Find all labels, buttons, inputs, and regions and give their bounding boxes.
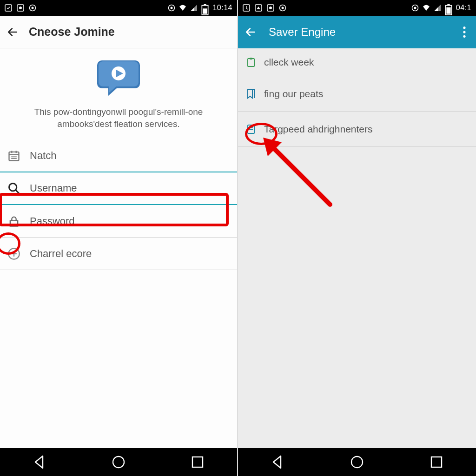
field-natch[interactable]: Natch <box>0 140 237 172</box>
status-icon <box>267 4 274 12</box>
svg-rect-33 <box>447 4 450 6</box>
screen-body: This pow-dontingyonwll poogul's-remill-o… <box>0 48 237 448</box>
svg-rect-38 <box>248 59 254 66</box>
phone-left: 10:14 Cneose Jomine This <box>0 0 238 476</box>
app-bar: Saver Engine <box>238 16 476 48</box>
cell-signal-icon <box>190 4 198 12</box>
clipboard-icon <box>245 57 257 68</box>
back-icon[interactable] <box>245 26 257 38</box>
status-clock: 10:14 <box>212 4 232 12</box>
svg-rect-9 <box>203 8 207 13</box>
list-item-label: clleck week <box>264 57 314 68</box>
search-icon <box>7 182 20 195</box>
list-item[interactable]: Targpeed ahdrighnenters <box>238 112 476 147</box>
list-item[interactable]: clleck week <box>238 48 476 76</box>
nav-recent-icon[interactable] <box>190 454 205 470</box>
lock-icon <box>7 215 20 228</box>
svg-point-4 <box>32 7 34 9</box>
status-bar: 04:1 <box>238 0 476 16</box>
svg-line-18 <box>16 190 20 194</box>
status-icon <box>17 4 24 12</box>
document-icon <box>245 124 257 135</box>
nav-home-icon[interactable] <box>111 454 126 470</box>
field-label: Natch <box>30 150 56 162</box>
svg-point-45 <box>351 456 363 468</box>
list-item-label: Targpeed ahdrighnenters <box>264 124 373 135</box>
overflow-menu-icon[interactable] <box>459 26 469 39</box>
back-icon[interactable] <box>7 26 19 38</box>
status-icon <box>255 4 262 12</box>
field-label: Charrel ecore <box>30 248 92 260</box>
dual-screenshot: 10:14 Cneose Jomine This <box>0 0 476 476</box>
field-charrel[interactable]: Charrel ecore <box>0 238 237 270</box>
field-label: Username <box>30 182 77 194</box>
hero-section: This pow-dontingyonwll poogul's-remill-o… <box>0 55 237 130</box>
svg-rect-46 <box>431 457 442 467</box>
svg-point-2 <box>19 7 22 9</box>
chat-play-icon <box>95 58 142 98</box>
hero-description: This pow-dontingyonwll poogul's-remill-o… <box>34 106 203 130</box>
field-list: Natch Username Password <box>0 140 237 270</box>
android-nav-bar <box>238 448 476 476</box>
android-nav-bar <box>0 448 237 476</box>
field-username[interactable]: Username <box>0 172 237 205</box>
battery-icon <box>201 4 209 12</box>
svg-point-36 <box>463 31 465 33</box>
location-icon <box>411 4 419 12</box>
location-icon <box>279 4 286 12</box>
screen-body: clleck week fing our peats Targpeed ahdr… <box>238 48 476 448</box>
status-bar: 10:14 <box>0 0 237 16</box>
nav-back-icon[interactable] <box>270 454 285 470</box>
cell-signal-icon <box>434 4 441 12</box>
location-icon <box>29 4 36 12</box>
wifi-icon <box>423 4 430 12</box>
svg-point-29 <box>282 7 284 9</box>
svg-point-22 <box>113 456 124 468</box>
svg-rect-8 <box>204 4 206 6</box>
field-label: Password <box>30 215 75 227</box>
status-icon <box>5 4 12 12</box>
status-icon <box>243 4 250 12</box>
svg-rect-34 <box>446 7 450 14</box>
battery-icon <box>445 4 452 12</box>
calendar-icon <box>7 149 20 162</box>
plus-circle-icon <box>7 247 20 260</box>
wifi-icon <box>179 4 186 12</box>
bookmark-icon <box>245 88 257 99</box>
nav-recent-icon[interactable] <box>429 454 444 470</box>
list-item-label: fing our peats <box>264 88 323 99</box>
svg-point-27 <box>269 7 272 9</box>
page-title: Cneose Jomine <box>29 25 115 39</box>
nav-back-icon[interactable] <box>32 454 47 470</box>
svg-point-6 <box>171 7 173 9</box>
status-clock: 04:1 <box>456 4 471 12</box>
field-password[interactable]: Password <box>0 205 237 238</box>
phone-right: 04:1 Saver Engine clleck week <box>238 0 476 476</box>
page-title: Saver Engine <box>269 26 336 39</box>
location-icon <box>168 4 175 12</box>
svg-point-31 <box>414 7 416 9</box>
svg-point-37 <box>463 35 465 38</box>
svg-rect-23 <box>192 457 203 467</box>
svg-point-35 <box>463 26 465 29</box>
list-item[interactable]: fing our peats <box>238 76 476 112</box>
app-bar: Cneose Jomine <box>0 16 237 48</box>
svg-rect-39 <box>250 58 252 60</box>
nav-home-icon[interactable] <box>349 454 365 470</box>
svg-rect-11 <box>9 152 19 161</box>
